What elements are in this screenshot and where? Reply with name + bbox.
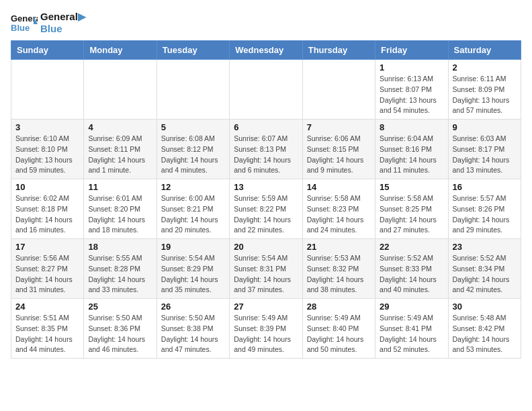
calendar-table: SundayMondayTuesdayWednesdayThursdayFrid… [11, 40, 521, 359]
day-number: 2 [453, 62, 517, 73]
svg-text:Blue: Blue [11, 23, 30, 33]
day-number: 24 [15, 302, 79, 312]
day-info: Sunrise: 6:07 AMSunset: 8:13 PMDaylight:… [234, 134, 298, 176]
calendar-cell: 26Sunrise: 5:50 AMSunset: 8:38 PMDayligh… [157, 299, 229, 359]
calendar-cell: 9Sunrise: 6:03 AMSunset: 8:17 PMDaylight… [448, 120, 521, 179]
day-info: Sunrise: 6:02 AMSunset: 8:18 PMDaylight:… [15, 193, 79, 236]
day-info: Sunrise: 5:55 AMSunset: 8:28 PMDaylight:… [88, 253, 152, 295]
day-info: Sunrise: 5:54 AMSunset: 8:29 PMDaylight:… [161, 253, 225, 295]
weekday-header: Saturday [448, 41, 521, 60]
calendar-cell [84, 60, 157, 120]
calendar-cell: 14Sunrise: 5:58 AMSunset: 8:23 PMDayligh… [302, 179, 375, 239]
calendar-cell: 4Sunrise: 6:09 AMSunset: 8:11 PMDaylight… [84, 120, 157, 179]
day-info: Sunrise: 6:09 AMSunset: 8:11 PMDaylight:… [88, 134, 152, 176]
calendar-cell: 28Sunrise: 5:49 AMSunset: 8:40 PMDayligh… [302, 299, 375, 359]
day-info: Sunrise: 6:11 AMSunset: 8:09 PMDaylight:… [453, 74, 517, 116]
calendar-week-row: 17Sunrise: 5:56 AMSunset: 8:27 PMDayligh… [11, 239, 521, 299]
calendar-cell: 27Sunrise: 5:49 AMSunset: 8:39 PMDayligh… [230, 299, 302, 359]
weekday-header: Sunday [11, 41, 84, 60]
day-info: Sunrise: 6:08 AMSunset: 8:12 PMDaylight:… [161, 134, 225, 176]
calendar-cell: 15Sunrise: 5:58 AMSunset: 8:25 PMDayligh… [375, 179, 448, 239]
day-info: Sunrise: 6:10 AMSunset: 8:10 PMDaylight:… [15, 134, 79, 176]
logo: General Blue General▶ Blue [11, 11, 86, 35]
calendar-cell: 11Sunrise: 6:01 AMSunset: 8:20 PMDayligh… [84, 179, 157, 239]
day-info: Sunrise: 5:50 AMSunset: 8:38 PMDaylight:… [161, 313, 225, 355]
calendar-week-row: 3Sunrise: 6:10 AMSunset: 8:10 PMDaylight… [11, 120, 521, 179]
calendar-cell: 7Sunrise: 6:06 AMSunset: 8:15 PMDaylight… [302, 120, 375, 179]
calendar-cell: 21Sunrise: 5:53 AMSunset: 8:32 PMDayligh… [302, 239, 375, 299]
calendar-week-row: 24Sunrise: 5:51 AMSunset: 8:35 PMDayligh… [11, 299, 521, 359]
day-number: 8 [380, 122, 443, 132]
day-number: 13 [234, 182, 298, 192]
calendar-cell: 12Sunrise: 6:00 AMSunset: 8:21 PMDayligh… [157, 179, 229, 239]
day-info: Sunrise: 5:49 AMSunset: 8:41 PMDaylight:… [380, 313, 443, 355]
logo-text: General▶ [40, 11, 86, 23]
day-number: 23 [453, 242, 517, 252]
day-number: 18 [88, 242, 152, 252]
day-number: 21 [307, 242, 371, 252]
day-number: 6 [234, 122, 298, 132]
day-number: 7 [307, 122, 371, 132]
day-number: 22 [380, 242, 443, 252]
day-info: Sunrise: 5:53 AMSunset: 8:32 PMDaylight:… [307, 253, 371, 295]
weekday-header: Monday [84, 41, 157, 60]
day-number: 12 [161, 182, 225, 192]
calendar-cell: 13Sunrise: 5:59 AMSunset: 8:22 PMDayligh… [230, 179, 302, 239]
weekday-header: Wednesday [230, 41, 302, 60]
calendar-cell: 16Sunrise: 5:57 AMSunset: 8:26 PMDayligh… [448, 179, 521, 239]
day-info: Sunrise: 6:00 AMSunset: 8:21 PMDaylight:… [161, 193, 225, 236]
calendar-cell: 24Sunrise: 5:51 AMSunset: 8:35 PMDayligh… [11, 299, 84, 359]
calendar-cell: 23Sunrise: 5:52 AMSunset: 8:34 PMDayligh… [448, 239, 521, 299]
day-info: Sunrise: 5:56 AMSunset: 8:27 PMDaylight:… [15, 253, 79, 295]
day-number: 30 [453, 302, 517, 312]
calendar-cell: 1Sunrise: 6:13 AMSunset: 8:07 PMDaylight… [375, 60, 448, 120]
day-number: 9 [453, 122, 517, 132]
calendar-cell: 30Sunrise: 5:48 AMSunset: 8:42 PMDayligh… [448, 299, 521, 359]
day-info: Sunrise: 5:54 AMSunset: 8:31 PMDaylight:… [234, 253, 298, 295]
calendar-cell: 25Sunrise: 5:50 AMSunset: 8:36 PMDayligh… [84, 299, 157, 359]
day-info: Sunrise: 5:57 AMSunset: 8:26 PMDaylight:… [453, 193, 517, 236]
day-info: Sunrise: 5:48 AMSunset: 8:42 PMDaylight:… [453, 313, 517, 355]
calendar-cell: 8Sunrise: 6:04 AMSunset: 8:16 PMDaylight… [375, 120, 448, 179]
day-info: Sunrise: 5:59 AMSunset: 8:22 PMDaylight:… [234, 193, 298, 236]
day-info: Sunrise: 5:49 AMSunset: 8:39 PMDaylight:… [234, 313, 298, 355]
calendar-cell: 2Sunrise: 6:11 AMSunset: 8:09 PMDaylight… [448, 60, 521, 120]
day-info: Sunrise: 5:50 AMSunset: 8:36 PMDaylight:… [88, 313, 152, 355]
day-number: 3 [15, 122, 79, 132]
calendar-cell: 5Sunrise: 6:08 AMSunset: 8:12 PMDaylight… [157, 120, 229, 179]
calendar-cell: 17Sunrise: 5:56 AMSunset: 8:27 PMDayligh… [11, 239, 84, 299]
day-number: 14 [307, 182, 371, 192]
day-info: Sunrise: 6:03 AMSunset: 8:17 PMDaylight:… [453, 134, 517, 176]
calendar-cell [230, 60, 302, 120]
day-number: 11 [88, 182, 152, 192]
calendar-cell: 6Sunrise: 6:07 AMSunset: 8:13 PMDaylight… [230, 120, 302, 179]
calendar-cell: 29Sunrise: 5:49 AMSunset: 8:41 PMDayligh… [375, 299, 448, 359]
weekday-header: Tuesday [157, 41, 229, 60]
day-number: 27 [234, 302, 298, 312]
day-info: Sunrise: 6:13 AMSunset: 8:07 PMDaylight:… [380, 74, 443, 116]
day-info: Sunrise: 6:01 AMSunset: 8:20 PMDaylight:… [88, 193, 152, 236]
day-info: Sunrise: 5:51 AMSunset: 8:35 PMDaylight:… [15, 313, 79, 355]
calendar-cell: 10Sunrise: 6:02 AMSunset: 8:18 PMDayligh… [11, 179, 84, 239]
calendar-cell [302, 60, 375, 120]
day-number: 20 [234, 242, 298, 252]
weekday-header: Thursday [302, 41, 375, 60]
calendar-cell: 20Sunrise: 5:54 AMSunset: 8:31 PMDayligh… [230, 239, 302, 299]
day-info: Sunrise: 5:52 AMSunset: 8:33 PMDaylight:… [380, 253, 443, 295]
calendar-cell: 3Sunrise: 6:10 AMSunset: 8:10 PMDaylight… [11, 120, 84, 179]
day-info: Sunrise: 5:52 AMSunset: 8:34 PMDaylight:… [453, 253, 517, 295]
day-info: Sunrise: 5:58 AMSunset: 8:25 PMDaylight:… [380, 193, 443, 236]
day-number: 17 [15, 242, 79, 252]
logo-text2: Blue [40, 23, 86, 35]
day-number: 1 [380, 62, 443, 73]
calendar-header-row: SundayMondayTuesdayWednesdayThursdayFrid… [11, 41, 521, 60]
calendar-week-row: 1Sunrise: 6:13 AMSunset: 8:07 PMDaylight… [11, 60, 521, 120]
day-number: 4 [88, 122, 152, 132]
day-number: 26 [161, 302, 225, 312]
calendar-week-row: 10Sunrise: 6:02 AMSunset: 8:18 PMDayligh… [11, 179, 521, 239]
page-header: General Blue General▶ Blue [11, 11, 521, 35]
day-number: 16 [453, 182, 517, 192]
day-info: Sunrise: 5:58 AMSunset: 8:23 PMDaylight:… [307, 193, 371, 236]
day-number: 28 [307, 302, 371, 312]
calendar-cell: 19Sunrise: 5:54 AMSunset: 8:29 PMDayligh… [157, 239, 229, 299]
